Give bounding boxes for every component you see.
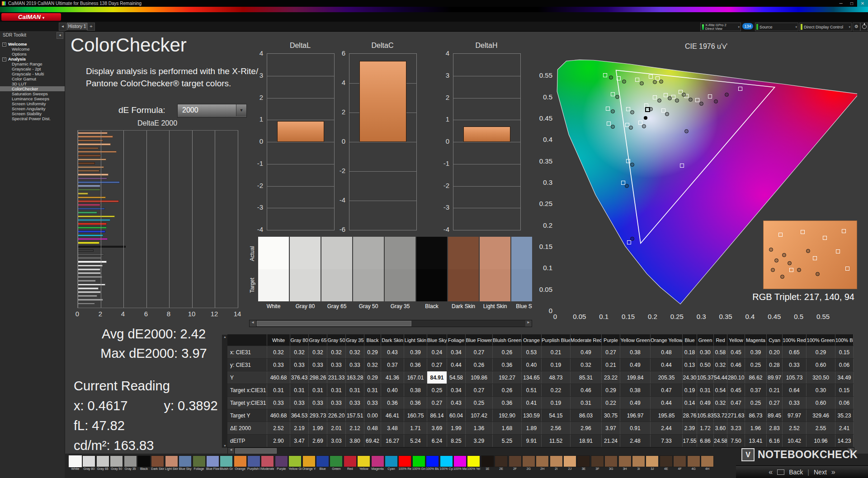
patch-chip-4g[interactable]: 4G xyxy=(687,455,700,473)
patch-chip-purple[interactable]: Purple xyxy=(275,455,288,473)
patch-chip-3i[interactable]: 3I xyxy=(632,455,645,473)
sidebar-item-screen-angularity[interactable]: Screen Angularity xyxy=(0,106,65,111)
patch-chip-100-magenta[interactable]: 100% Magenta xyxy=(453,455,467,473)
patch-chip-100-cyan[interactable]: 100% Cyan xyxy=(440,455,453,473)
patch-chip-cyan[interactable]: Cyan xyxy=(385,455,398,473)
next-button[interactable]: Next xyxy=(814,469,827,476)
patch-chip-orange-yellow[interactable]: Orange Yellow xyxy=(302,455,316,473)
display-control-selector[interactable]: Direct Display Control ▾ xyxy=(799,23,852,31)
patch-chip-100-blue[interactable]: 100% Blue xyxy=(426,455,439,473)
patch-chip-100-yellow[interactable]: 100% Yellow xyxy=(467,455,480,473)
patch-white[interactable] xyxy=(258,237,289,301)
collapse-icon[interactable]: − xyxy=(2,42,6,47)
maximize-button[interactable]: □ xyxy=(846,0,857,7)
table-cell: 0.25 xyxy=(745,397,767,409)
chevrons-left-icon[interactable]: « xyxy=(769,468,773,476)
patch-chip-black[interactable]: Black xyxy=(137,455,151,473)
meter-selector[interactable]: X-Rite i1Pro 2 Direct View ▾ xyxy=(700,23,741,31)
scroll-right-icon[interactable]: ► xyxy=(525,320,532,327)
patch-chip-4h[interactable]: 4H xyxy=(701,455,714,473)
patch-dark-skin[interactable] xyxy=(448,237,479,301)
patch-chip-orange[interactable]: Orange xyxy=(234,455,247,473)
settings-button[interactable]: ⚙ xyxy=(853,23,860,31)
tab-history-1[interactable]: History 1 xyxy=(67,23,87,30)
scroll-left-icon[interactable]: ◄ xyxy=(228,448,234,454)
patch-chip-foliage[interactable]: Foliage xyxy=(193,455,206,473)
sidebar-item-welcome[interactable]: Welcome xyxy=(0,47,65,52)
patch-chip-3f[interactable]: 3F xyxy=(591,455,604,473)
sidebar-item-grayscale-multi[interactable]: Grayscale - Multi xyxy=(0,71,65,76)
de-formula-dropdown[interactable]: 2000 ▼ xyxy=(177,104,247,117)
patch-chip-2e[interactable]: 2E xyxy=(495,455,508,473)
calman-menu-button[interactable]: CalMAN▾ xyxy=(1,13,61,21)
deltae-bar xyxy=(78,189,100,191)
sidebar-item-welcome[interactable]: −Welcome xyxy=(0,42,65,47)
sidebar-collapse-button[interactable]: ◄ xyxy=(57,32,63,39)
patch-chip-2j[interactable]: 2J xyxy=(563,455,576,473)
sidebar-item-screen-uniformity[interactable]: Screen Uniformity xyxy=(0,101,65,106)
sidebar-item-screen-stability[interactable]: Screen Stability xyxy=(0,111,65,116)
patch-chip-gray-80[interactable]: Gray 80 xyxy=(82,455,95,473)
patch-chip-light-skin[interactable]: Light Skin xyxy=(165,455,178,473)
close-button[interactable]: ✕ xyxy=(857,0,868,7)
patch-chip-green[interactable]: Green xyxy=(330,455,343,473)
patch-chip-yellow-green[interactable]: Yellow Green xyxy=(288,455,302,473)
patch-chip-bluish-green[interactable]: Bluish Green xyxy=(220,455,233,473)
patch-gray-65[interactable] xyxy=(321,237,352,301)
tab-scroll-left-button[interactable]: ◄ xyxy=(59,23,66,31)
patch-gray-80[interactable] xyxy=(290,237,321,301)
patch-chip-blue[interactable]: Blue xyxy=(316,455,329,473)
patch-chip-white[interactable]: White xyxy=(69,455,82,473)
patch-chip-100-red[interactable]: 100% Red xyxy=(398,455,411,473)
sidebar-item-saturation-sweeps[interactable]: Saturation Sweeps xyxy=(0,91,65,96)
patch-chip-4e[interactable]: 4E xyxy=(660,455,673,473)
power-button[interactable] xyxy=(860,23,868,31)
patch-chip-dark-skin[interactable]: Dark Skin xyxy=(151,455,164,473)
patch-chip-red[interactable]: Red xyxy=(344,455,357,473)
sidebar-item-luminance-sweeps[interactable]: Luminance Sweeps xyxy=(0,96,65,101)
patch-chip-moderate-red[interactable]: Moderate Red xyxy=(261,455,274,473)
patch-chip-3j[interactable]: 3J xyxy=(646,455,659,473)
patch-chip-2h[interactable]: 2H xyxy=(536,455,549,473)
patch-gray-35[interactable] xyxy=(385,237,415,301)
patch-black[interactable] xyxy=(416,237,447,301)
patch-chip-magenta[interactable]: Magenta xyxy=(371,455,384,473)
scrollbar-thumb[interactable] xyxy=(235,448,277,454)
patch-chip-100-green[interactable]: 100% Green xyxy=(412,455,425,473)
source-selector[interactable]: Source ▾ xyxy=(755,23,798,31)
minimize-button[interactable]: ─ xyxy=(835,0,846,7)
sidebar-item-grayscale-2pt[interactable]: Grayscale - 2pt xyxy=(0,66,65,71)
patch-chip-gray-65[interactable]: Gray 65 xyxy=(96,455,109,473)
sidebar-item-analysis[interactable]: −Analysis xyxy=(0,56,65,61)
sidebar-item-colorchecker[interactable]: ColorChecker xyxy=(0,86,65,91)
add-tab-button[interactable]: + xyxy=(87,23,95,31)
patch-chip-2g[interactable]: 2G xyxy=(522,455,535,473)
patch-light-skin[interactable] xyxy=(480,237,510,301)
sidebar-item-3d-lut[interactable]: 3D LUT xyxy=(0,81,65,86)
patch-chip-gray-50[interactable]: Gray 50 xyxy=(110,455,123,473)
patch-chip-4f[interactable]: 4F xyxy=(673,455,686,473)
patch-chip-blue-flower[interactable]: Blue Flower xyxy=(206,455,219,473)
scroll-left-icon[interactable]: ◄ xyxy=(250,320,256,327)
patch-chip-3g[interactable]: 3G xyxy=(604,455,618,473)
patch-chip-purplish-blue[interactable]: Purplish Blue xyxy=(247,455,260,473)
patch-chip-blue-sky[interactable]: Blue Sky xyxy=(179,455,192,473)
patch-chip-yellow[interactable]: Yellow xyxy=(357,455,370,473)
sidebar-item-options[interactable]: Options xyxy=(0,52,65,56)
patch-gray-50[interactable] xyxy=(353,237,384,301)
patch-chip-3h[interactable]: 3H xyxy=(618,455,632,473)
table-column-header: Yellow Green xyxy=(620,334,651,346)
patch-chip-3e[interactable]: 3E xyxy=(577,455,590,473)
back-button[interactable]: Back xyxy=(789,469,803,476)
collapse-icon[interactable]: − xyxy=(2,57,6,61)
patch-chip-2i[interactable]: 2I xyxy=(550,455,563,473)
patch-panel-scrollbar[interactable]: ◄ ► xyxy=(249,320,532,327)
patch-chip-gray-35[interactable]: Gray 35 xyxy=(124,455,137,473)
sidebar-item-dynamic-range[interactable]: Dynamic Range xyxy=(0,61,65,66)
scrollbar-thumb[interactable] xyxy=(257,321,411,326)
chevrons-right-icon[interactable]: » xyxy=(831,468,835,476)
sidebar-item-spectral-power-dist-[interactable]: Spectral Power Dist. xyxy=(0,116,65,121)
patch-chip-1e[interactable]: 1E xyxy=(481,455,494,473)
sidebar-item-color-gamut[interactable]: Color Gamut xyxy=(0,76,65,81)
patch-chip-2f[interactable]: 2F xyxy=(509,455,522,473)
